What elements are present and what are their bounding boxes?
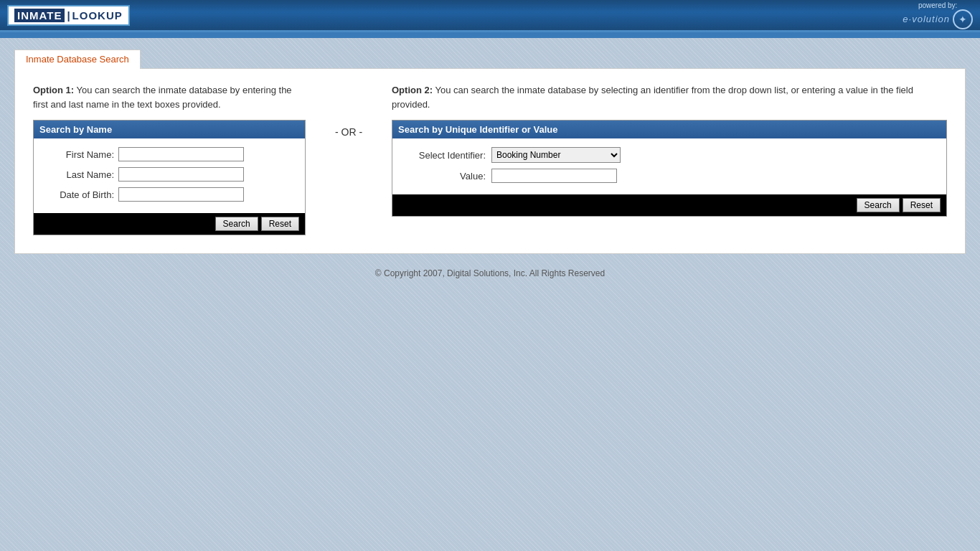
search-by-name-footer: Search Reset xyxy=(34,213,305,235)
dob-label: Date of Birth: xyxy=(39,189,118,200)
value-row: Value: xyxy=(398,169,941,183)
blue-bar xyxy=(0,32,980,38)
main-wrapper: Inmate Database Search Option 1: You can… xyxy=(0,38,980,289)
search-by-name-header: Search by Name xyxy=(34,121,305,138)
copyright-text: © Copyright 2007, Digital Solutions, Inc… xyxy=(375,268,605,278)
search-by-id-footer: Search Reset xyxy=(392,194,946,216)
search-by-name-body: First Name: Last Name: Date of Birth: xyxy=(34,138,305,213)
last-name-label: Last Name: xyxy=(39,169,118,180)
logo-box: INMATE | LOOKUP xyxy=(7,5,130,26)
option1-bold: Option 1: xyxy=(33,85,74,95)
option2-area: Option 2: You can search the inmate data… xyxy=(392,83,947,217)
option2-intro: Option 2: You can search the inmate data… xyxy=(392,83,947,111)
select-identifier-row: Select Identifier: Booking NumberState I… xyxy=(398,147,941,163)
search-by-name-box: Search by Name First Name: Last Name: xyxy=(33,120,306,235)
option1-area: Option 1: You can search the inmate data… xyxy=(33,83,306,235)
logo-lookup: LOOKUP xyxy=(72,9,123,22)
search-by-id-box: Search by Unique Identifier or Value Sel… xyxy=(392,120,947,217)
option2-text: You can search the inmate database by se… xyxy=(392,85,913,110)
footer: © Copyright 2007, Digital Solutions, Inc… xyxy=(14,268,966,278)
last-name-input[interactable] xyxy=(118,167,244,182)
powered-by-area: powered by: e·volution ✦ xyxy=(903,1,973,29)
logo-inmate: INMATE xyxy=(14,9,65,22)
powered-by-label: powered by: xyxy=(918,1,957,9)
tab-container: Inmate Database Search Option 1: You can… xyxy=(14,49,966,254)
dob-row: Date of Birth: xyxy=(39,187,299,202)
header: INMATE | LOOKUP powered by: e·volution ✦ xyxy=(0,0,980,32)
select-identifier-label: Select Identifier: xyxy=(398,150,491,161)
name-search-button[interactable]: Search xyxy=(215,217,258,231)
identifier-select[interactable]: Booking NumberState IDSSNCase Number xyxy=(491,147,621,163)
first-name-row: First Name: xyxy=(39,147,299,161)
id-search-button[interactable]: Search xyxy=(857,198,900,212)
id-reset-button[interactable]: Reset xyxy=(903,198,941,212)
option2-bold: Option 2: xyxy=(392,85,433,95)
or-divider: - OR - xyxy=(306,83,392,138)
search-by-id-body: Select Identifier: Booking NumberState I… xyxy=(392,138,946,194)
logo-separator: | xyxy=(67,9,70,22)
content-panel: Option 1: You can search the inmate data… xyxy=(14,68,966,254)
evolution-logo: e·volution ✦ xyxy=(903,9,973,29)
last-name-row: Last Name: xyxy=(39,167,299,182)
value-input[interactable] xyxy=(491,169,617,183)
dob-input[interactable] xyxy=(118,187,244,202)
option1-intro: Option 1: You can search the inmate data… xyxy=(33,83,306,111)
options-row: Option 1: You can search the inmate data… xyxy=(33,83,947,235)
name-reset-button[interactable]: Reset xyxy=(261,217,299,231)
search-by-id-header: Search by Unique Identifier or Value xyxy=(392,121,946,138)
first-name-input[interactable] xyxy=(118,147,244,161)
tab-label[interactable]: Inmate Database Search xyxy=(14,50,141,69)
evolution-text: e·volution xyxy=(903,14,950,24)
first-name-label: First Name: xyxy=(39,149,118,160)
logo-area: INMATE | LOOKUP xyxy=(7,5,130,26)
evolution-icon: ✦ xyxy=(953,9,973,29)
value-label: Value: xyxy=(398,171,491,182)
